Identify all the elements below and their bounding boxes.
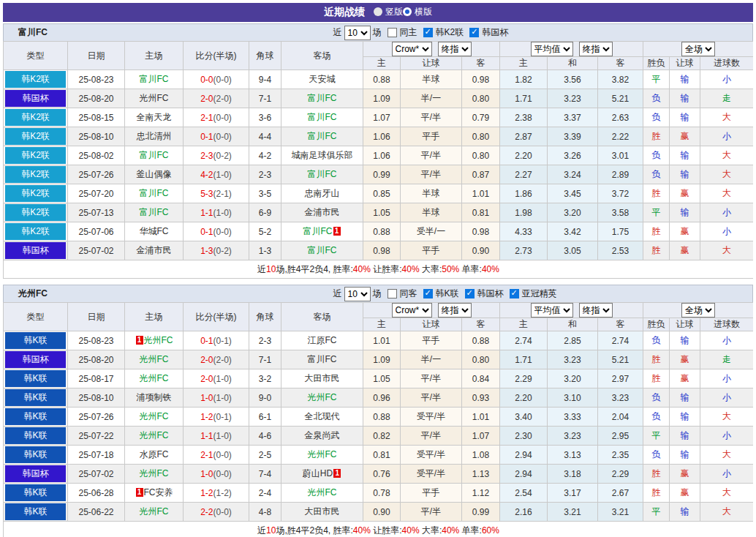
team-label: 蔚山HD: [303, 468, 333, 478]
avg-home: 1.82: [500, 70, 548, 89]
team-label: 富川FC: [308, 169, 337, 179]
avg-draw: 3.26: [548, 146, 598, 165]
scope-select[interactable]: 全场: [681, 42, 715, 56]
corners: 7-1: [249, 350, 281, 369]
avg-draw: 3.20: [548, 369, 598, 388]
avg-source-select[interactable]: 平均值: [531, 42, 573, 56]
handicap-line: 平/半: [401, 369, 462, 388]
col-header-corners: 角球: [249, 303, 281, 331]
result-outcome: 负: [643, 388, 670, 408]
team-label: 光州FC: [140, 93, 169, 103]
avg-away: 5.21: [598, 89, 643, 108]
page-header: 近期战绩 竖版横版: [3, 3, 753, 22]
result-handicap: 输: [670, 146, 700, 165]
col-header-odds-away: 客: [462, 318, 500, 331]
team-label: 光州FC: [140, 468, 169, 478]
handicap-line: 半/一: [401, 350, 462, 369]
odds-away: 0.88: [462, 331, 500, 350]
score: 2-1(0-0): [184, 108, 249, 127]
layout-radio-vertical[interactable]: 竖版: [374, 6, 403, 18]
result-goals: 小: [700, 388, 753, 408]
league-filter-checkbox[interactable]: [423, 289, 433, 298]
away-team: 富川FC: [281, 108, 363, 127]
team-label: 大田市民: [305, 506, 340, 517]
result-goals: 小: [700, 331, 753, 350]
avg-draw: 3.21: [548, 503, 598, 522]
avg-source-select[interactable]: 平均值: [531, 303, 573, 318]
match-date: 25-08-17: [68, 369, 125, 388]
summary-stat-label: 让胜率:: [371, 264, 402, 274]
handicap-line: 平/半: [401, 503, 462, 522]
match-row: 韩K2联25-08-02富川FC2-3(0-2)4-2城南足球俱乐部1.06平/…: [4, 146, 754, 165]
match-date: 25-08-23: [68, 331, 125, 350]
league-filter-checkbox[interactable]: [510, 289, 519, 298]
league-cell: 韩K2联: [4, 70, 68, 89]
avg-home: 2.29: [500, 369, 548, 388]
layout-radio-horizontal[interactable]: 横版: [403, 6, 432, 18]
avg-away: 2.95: [598, 427, 643, 446]
league-filter-label: 韩国杯: [482, 26, 508, 39]
score: 1-0(1-0): [184, 388, 249, 408]
corners: 9-4: [249, 70, 281, 89]
col-header-type: 类型: [4, 42, 68, 70]
col-header-date: 日期: [68, 42, 125, 70]
team-label: 釜山偶像: [137, 169, 172, 179]
away-team: 城南足球俱乐部: [281, 146, 363, 165]
league-filter-checkbox[interactable]: [423, 28, 433, 37]
avg-stage-select[interactable]: 终指: [579, 42, 613, 56]
result-goals: 小: [700, 465, 753, 484]
match-date: 25-07-26: [68, 165, 125, 184]
corners: 4-6: [249, 427, 281, 446]
scope-select[interactable]: 全场: [681, 303, 715, 318]
recent-count-select[interactable]: 10: [344, 26, 371, 40]
league-filter-checkbox[interactable]: [469, 28, 479, 37]
home-team: 富川FC: [125, 184, 184, 203]
handicap-line: 半球: [401, 203, 462, 222]
summary-stat-value: 10: [266, 264, 276, 274]
col-header-score: 比分(半场): [184, 303, 249, 331]
avg-home: 2.73: [500, 241, 548, 260]
red-card-icon: 1: [333, 227, 341, 236]
recent-label: 近: [333, 288, 342, 300]
team-label: 富川FC: [308, 354, 337, 364]
match-date: 25-08-10: [68, 127, 125, 146]
result-outcome: 负: [643, 108, 670, 127]
recent-count-select[interactable]: 10: [344, 287, 371, 301]
league-filter-label: 亚冠精英: [522, 288, 557, 300]
avg-draw: 3.39: [548, 127, 598, 146]
odds-away: 1.01: [462, 184, 500, 203]
team-label: 富川FC: [140, 207, 169, 217]
summary-stat-value: 60%: [482, 525, 499, 536]
odds-away: 0.80: [462, 350, 500, 369]
match-row: 韩K2联25-07-06华城FC0-1(0-0)5-2富川FC10.88受半/一…: [4, 222, 754, 241]
home-team: 水原FC: [125, 446, 184, 465]
avg-stage-select[interactable]: 终指: [579, 303, 613, 318]
avg-away: 3.23: [598, 388, 643, 408]
odds-company-select[interactable]: Crow*: [392, 42, 432, 56]
avg-home: 2.20: [500, 146, 548, 165]
league-filter-checkbox[interactable]: [465, 289, 475, 298]
odds-home: 0.78: [363, 484, 401, 503]
league-badge: 韩K2联: [5, 166, 66, 183]
league-badge: 韩K2联: [5, 204, 66, 221]
league-badge: 韩K2联: [5, 128, 66, 145]
team-label: 光州FC: [140, 430, 169, 440]
result-handicap: 赢: [670, 350, 700, 369]
result-handicap: 输: [670, 503, 700, 522]
odds-away: 1.01: [462, 408, 500, 427]
league-cell: 韩K联: [4, 484, 68, 503]
same-venue-checkbox[interactable]: [388, 289, 397, 298]
score: 1-1(1-0): [184, 427, 249, 446]
odds-company-select[interactable]: Crow*: [392, 303, 432, 318]
result-handicap: 输: [670, 446, 700, 465]
team-label: 光州FC: [308, 449, 337, 459]
home-team: 全南天龙: [125, 108, 184, 127]
odds-stage-select[interactable]: 终指: [438, 42, 472, 56]
corners: 3-6: [249, 108, 281, 127]
result-outcome: 负: [643, 331, 670, 350]
odds-stage-select[interactable]: 终指: [438, 303, 472, 318]
score: 2-0(2-0): [184, 89, 249, 108]
team-label: 富川FC: [308, 93, 337, 103]
result-outcome: 负: [643, 446, 670, 465]
same-venue-checkbox[interactable]: [388, 28, 397, 37]
